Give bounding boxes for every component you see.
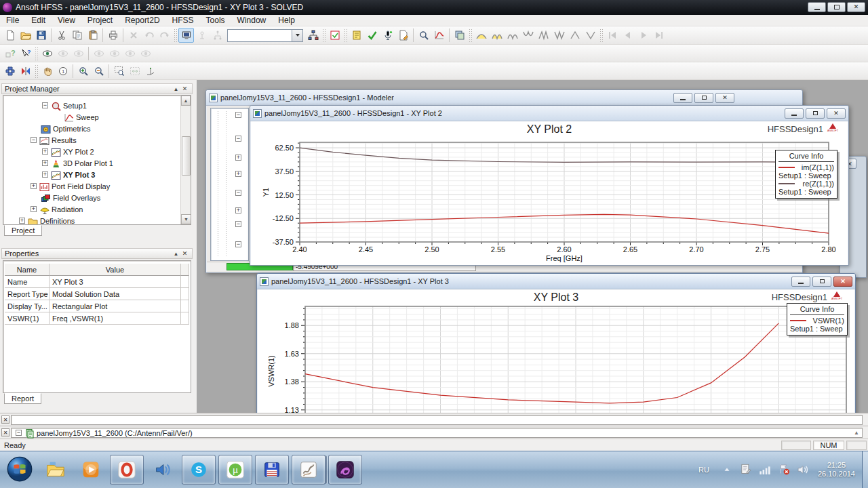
record-icon[interactable]: [380, 28, 395, 43]
modeler-tree-expander[interactable]: −: [235, 221, 241, 227]
menu-edit[interactable]: Edit: [25, 15, 52, 26]
profile-icon[interactable]: [349, 28, 364, 43]
property-value[interactable]: Modal Solution Data: [50, 288, 181, 300]
wave-m2-icon[interactable]: [536, 28, 551, 43]
minimize-button[interactable]: [673, 93, 692, 103]
close-bar-button[interactable]: ✕: [1, 428, 9, 436]
language-indicator[interactable]: RU: [698, 466, 709, 474]
minimize-button[interactable]: [785, 108, 804, 119]
zoom-in-icon[interactable]: [75, 64, 91, 79]
pin-button[interactable]: ▴: [172, 85, 180, 93]
xy-plot-3-window[interactable]: panelJomy15V3_11_2600 - HFSSDesign1 - XY…: [256, 273, 856, 413]
tree-item-port-field-display[interactable]: +Port Field Display: [3, 180, 191, 192]
menu-view[interactable]: View: [52, 15, 81, 26]
nav-prev-icon[interactable]: [620, 28, 635, 43]
port-b-icon[interactable]: [210, 28, 225, 43]
menu-project[interactable]: Project: [81, 15, 119, 26]
save-icon[interactable]: [33, 28, 49, 43]
cut-icon[interactable]: [54, 28, 69, 43]
taskbar-app-opera[interactable]: [110, 455, 144, 485]
close-button[interactable]: ✕: [715, 93, 734, 103]
solve-display-icon[interactable]: [178, 28, 194, 43]
modeler-titlebar[interactable]: panelJomy15V3_11_2600 - HFSSDesign1 - Mo…: [206, 90, 802, 106]
close-panel-button[interactable]: ✕: [180, 249, 189, 258]
paste-icon[interactable]: [85, 28, 100, 43]
tree-item-radiation[interactable]: +Radiation: [3, 203, 191, 215]
menu-tools[interactable]: Tools: [200, 15, 231, 26]
combobox-arrow[interactable]: [292, 30, 302, 41]
property-value[interactable]: XY Plot 3: [50, 276, 181, 288]
help-arrow-icon[interactable]: ?: [18, 46, 33, 61]
open-icon[interactable]: [18, 28, 33, 43]
new-file-icon[interactable]: [2, 28, 18, 43]
taskbar-clock[interactable]: 21:25 26.10.2014: [818, 461, 855, 479]
tree-item-field-overlays[interactable]: Field Overlays: [3, 192, 191, 203]
menu-file[interactable]: File: [0, 15, 25, 26]
validate-icon[interactable]: [327, 28, 342, 43]
doc-edit-icon[interactable]: [395, 28, 411, 43]
tree-expander[interactable]: −: [31, 137, 37, 143]
close-bar-button[interactable]: ✕: [1, 415, 9, 424]
check-icon[interactable]: [364, 28, 380, 43]
taskbar-app-hfss[interactable]: [328, 455, 362, 485]
tree-scrollbar[interactable]: ▲ ▼: [180, 96, 191, 224]
modeler-history-tree[interactable]: −−++−+−−: [210, 108, 249, 261]
overlay-a-icon[interactable]: [2, 64, 18, 79]
minimize-button[interactable]: [791, 277, 810, 287]
tree-item-xy-plot-3[interactable]: +XY Plot 3: [3, 169, 191, 180]
eye-d2-icon[interactable]: [71, 46, 86, 61]
tree-expander[interactable]: +: [19, 218, 25, 224]
taskbar-app-notes-tool[interactable]: [292, 455, 326, 485]
redo-icon[interactable]: [157, 28, 172, 43]
start-button[interactable]: [5, 455, 34, 485]
tree-item-xy-plot-2[interactable]: +XY Plot 2: [3, 146, 191, 157]
restore-button[interactable]: [812, 277, 831, 287]
tree-item-sweep[interactable]: Sweep: [3, 111, 191, 123]
wave-m-icon[interactable]: [505, 28, 520, 43]
plot3-titlebar[interactable]: panelJomy15V3_11_2600 - HFSSDesign1 - XY…: [257, 274, 855, 289]
eye-icon[interactable]: [39, 46, 55, 61]
help-q-icon[interactable]: ?: [2, 46, 18, 61]
modeler-tree-expander[interactable]: +: [235, 155, 241, 161]
taskbar-app-skype[interactable]: S: [182, 455, 216, 485]
tray-volume[interactable]: [795, 462, 810, 477]
tree-expander[interactable]: −: [42, 102, 48, 108]
delete-icon[interactable]: [125, 28, 141, 43]
property-value[interactable]: Freq ,VSWR(1): [50, 312, 181, 325]
zoom-fit-icon[interactable]: [127, 64, 142, 79]
tree-expander[interactable]: +: [31, 183, 37, 189]
taskbar-app-utorrent[interactable]: µ: [218, 455, 252, 485]
wave-m-hl-icon[interactable]: [489, 28, 505, 43]
tree-expander[interactable]: +: [42, 171, 48, 178]
eye-d5-icon[interactable]: [122, 46, 138, 61]
taskbar-app-volume-mixer[interactable]: [146, 455, 179, 485]
tab-report[interactable]: Report: [4, 393, 41, 404]
pin-button[interactable]: ▴: [172, 249, 180, 258]
copy-icon[interactable]: [69, 28, 85, 43]
nav-next-icon[interactable]: [635, 28, 651, 43]
menu-hfss[interactable]: HFSS: [166, 15, 200, 26]
tree-item-results[interactable]: −Results: [3, 134, 191, 146]
command-input[interactable]: [11, 415, 863, 425]
wave-w-icon[interactable]: [520, 28, 536, 43]
close-button[interactable]: ✕: [833, 277, 852, 287]
plot2-titlebar[interactable]: panelJomy15V3_11_2600 - HFSSDesign1 - XY…: [250, 106, 848, 121]
modeler-tree-expander[interactable]: +: [235, 171, 241, 177]
modeler-tree-expander[interactable]: −: [235, 136, 241, 142]
analysis-tree-icon[interactable]: [305, 28, 321, 43]
modeler-tree-expander[interactable]: −: [235, 241, 241, 247]
result-curve-icon[interactable]: [431, 28, 447, 43]
tree-item-optimetrics[interactable]: Optimetrics: [3, 123, 191, 134]
tree-item-3d-polar-plot-1[interactable]: +3D Polar Plot 1: [3, 157, 191, 169]
copy-image-icon[interactable]: [452, 28, 467, 43]
minimize-button[interactable]: [808, 2, 826, 12]
eye-d1-icon[interactable]: [55, 46, 71, 61]
menu-help[interactable]: Help: [272, 15, 301, 26]
modeler-tree-expander[interactable]: +: [235, 207, 241, 214]
undo-icon[interactable]: [141, 28, 157, 43]
material-combobox[interactable]: [227, 29, 303, 42]
search-icon[interactable]: [416, 28, 431, 43]
menu-window[interactable]: Window: [231, 15, 273, 26]
wave-vee-icon[interactable]: [583, 28, 598, 43]
tray-doc[interactable]: [738, 462, 753, 477]
